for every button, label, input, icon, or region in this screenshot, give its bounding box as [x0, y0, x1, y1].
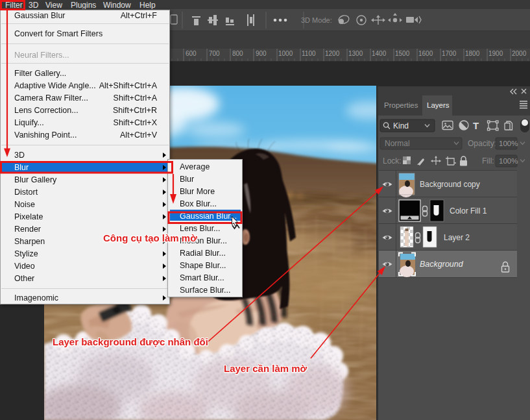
svg-text:Layers: Layers: [427, 101, 450, 109]
svg-text:Color Fill 1: Color Fill 1: [450, 206, 487, 216]
svg-text:2000: 2000: [512, 50, 527, 57]
svg-text:1800: 1800: [465, 50, 480, 57]
svg-text:Properties: Properties: [384, 101, 418, 109]
svg-text:Fill:: Fill:: [482, 156, 494, 166]
svg-text:1000: 1000: [278, 50, 293, 57]
svg-text:Background: Background: [420, 260, 464, 269]
svg-text:900: 900: [256, 50, 267, 57]
svg-text:600: 600: [186, 50, 197, 57]
svg-text:Normal: Normal: [385, 139, 410, 148]
svg-text:T: T: [473, 120, 479, 131]
svg-text:1600: 1600: [418, 50, 433, 57]
svg-text:1500: 1500: [395, 50, 410, 57]
svg-text:Layer 2: Layer 2: [444, 233, 470, 242]
svg-text:1300: 1300: [348, 50, 363, 57]
svg-text:Opacity:: Opacity:: [468, 139, 496, 148]
svg-text:1100: 1100: [302, 50, 316, 57]
svg-text:Lock:: Lock:: [383, 156, 402, 166]
svg-text:1700: 1700: [442, 50, 457, 57]
svg-text:3D Mode:: 3D Mode:: [301, 16, 332, 24]
svg-text:1400: 1400: [372, 50, 387, 57]
svg-text:100%: 100%: [499, 157, 518, 165]
svg-text:Background copy: Background copy: [420, 180, 480, 189]
svg-text:100%: 100%: [499, 140, 518, 147]
svg-text:1200: 1200: [325, 50, 340, 57]
svg-text:1900: 1900: [488, 50, 503, 57]
svg-text:700: 700: [209, 50, 220, 57]
svg-text:Kind: Kind: [393, 121, 409, 130]
svg-text:800: 800: [232, 50, 243, 57]
